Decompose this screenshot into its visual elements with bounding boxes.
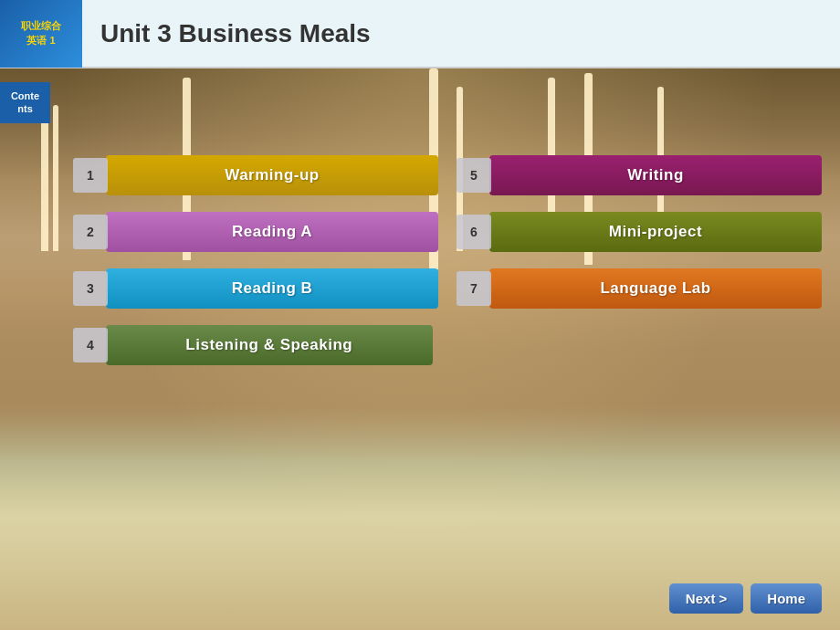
logo-subtext: 英语 1: [26, 34, 55, 47]
header: 职业综合 英语 1 Unit 3 Business Meals: [0, 0, 840, 68]
unit-label: Unit 3: [100, 19, 172, 47]
menu-label-reading-b: Reading B: [106, 268, 438, 309]
menu-row-1: 1 Warming-up 5 Writing: [73, 155, 822, 195]
menu-number-6: 6: [457, 215, 491, 249]
page-title: Unit 3 Business Meals: [100, 19, 840, 48]
menu-label-warming-up: Warming-up: [106, 155, 438, 195]
title-area: Unit 3 Business Meals: [82, 19, 840, 48]
menu-label-reading-a: Reading A: [106, 212, 438, 252]
menu-item-writing[interactable]: 5 Writing: [457, 155, 822, 195]
menu-number-2: 2: [73, 215, 108, 249]
menu-number-3: 3: [73, 271, 108, 306]
menu-item-mini-project[interactable]: 6 Mini-project: [457, 212, 822, 252]
menu-label-listening: Listening & Speaking: [106, 325, 433, 365]
home-button[interactable]: Home: [751, 583, 822, 614]
menu-row-4: 4 Listening & Speaking: [73, 325, 822, 365]
bottom-navigation: Next > Home: [669, 583, 822, 614]
next-button[interactable]: Next >: [669, 583, 743, 614]
candle-deco: [53, 105, 58, 251]
menu-item-language-lab[interactable]: 7 Language Lab: [457, 268, 822, 309]
menu-item-reading-a[interactable]: 2 Reading A: [73, 212, 438, 252]
unit-topic: Business Meals: [179, 19, 371, 47]
menu-label-language-lab: Language Lab: [489, 268, 822, 309]
menu-row-3: 3 Reading B 7 Language Lab: [73, 268, 822, 309]
logo-area: 职业综合 英语 1: [0, 0, 82, 68]
menu-number-5: 5: [457, 158, 491, 193]
menu-item-listening[interactable]: 4 Listening & Speaking: [73, 325, 433, 365]
menu-container: 1 Warming-up 5 Writing 2 Reading A 6 Min…: [73, 155, 822, 382]
menu-row-2: 2 Reading A 6 Mini-project: [73, 212, 822, 252]
menu-item-reading-b[interactable]: 3 Reading B: [73, 268, 438, 309]
contents-button[interactable]: Conte nts: [0, 82, 50, 123]
menu-number-4: 4: [73, 328, 108, 362]
menu-label-writing: Writing: [489, 155, 822, 195]
menu-item-warming-up[interactable]: 1 Warming-up: [73, 155, 438, 195]
menu-number-7: 7: [457, 271, 491, 306]
logo-text: 职业综合: [21, 19, 61, 33]
menu-number-1: 1: [73, 158, 108, 193]
menu-label-mini-project: Mini-project: [489, 212, 822, 252]
